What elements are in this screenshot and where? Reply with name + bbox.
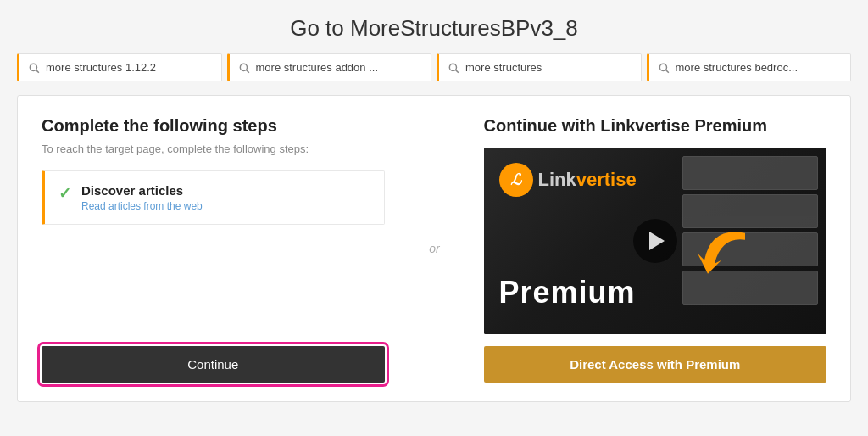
svg-point-2 bbox=[240, 64, 247, 70]
step-title: Discover articles bbox=[81, 183, 203, 198]
svg-line-5 bbox=[456, 70, 459, 72]
logo-link-part: Link bbox=[538, 169, 576, 190]
search-bar-row: more structures 1.12.2 more structures a… bbox=[17, 53, 851, 81]
left-panel-title: Complete the following steps bbox=[42, 116, 385, 136]
play-button[interactable] bbox=[633, 219, 677, 263]
svg-point-0 bbox=[30, 64, 36, 70]
left-panel: Complete the following steps To reach th… bbox=[18, 96, 409, 401]
search-item-text-4: more structures bedroc... bbox=[676, 61, 798, 74]
right-panel-title: Continue with Linkvertise Premium bbox=[484, 116, 827, 136]
search-item-text-3: more structures bbox=[465, 61, 542, 74]
search-icon-4 bbox=[658, 62, 670, 74]
step-checkmark: ✓ bbox=[58, 184, 71, 203]
main-content: Complete the following steps To reach th… bbox=[17, 95, 851, 402]
logo-icon: ℒ bbox=[499, 163, 533, 197]
logo-text: Linkvertise bbox=[538, 169, 637, 191]
continue-button[interactable]: Continue bbox=[42, 346, 385, 383]
or-divider: or bbox=[409, 96, 460, 401]
video-container[interactable]: ℒ Linkvertise Premium bbox=[484, 148, 827, 334]
search-item-4[interactable]: more structures bedroc... bbox=[647, 53, 852, 81]
step-discover-articles: ✓ Discover articles Read articles from t… bbox=[42, 170, 385, 225]
left-panel-subtitle: To reach the target page, complete the f… bbox=[42, 143, 385, 155]
search-icon-2 bbox=[238, 62, 250, 74]
arrow-decoration bbox=[691, 220, 759, 291]
search-icon-3 bbox=[448, 62, 459, 74]
linkvertise-logo: ℒ Linkvertise bbox=[499, 163, 637, 197]
search-item-2[interactable]: more structures addon ... bbox=[227, 53, 432, 81]
or-label: or bbox=[429, 242, 439, 255]
svg-point-6 bbox=[659, 64, 666, 70]
svg-line-7 bbox=[665, 70, 668, 72]
svg-point-4 bbox=[449, 64, 456, 70]
spacer bbox=[42, 235, 385, 331]
page-wrapper: Go to MoreStructuresBPv3_8 more structur… bbox=[0, 0, 868, 419]
search-item-1[interactable]: more structures 1.12.2 bbox=[17, 53, 222, 81]
search-icon bbox=[28, 62, 40, 74]
video-overlay-text: Premium bbox=[499, 275, 636, 310]
right-panel: Continue with Linkvertise Premium ℒ Link… bbox=[460, 96, 851, 401]
logo-vertise-part: vertise bbox=[576, 169, 637, 190]
search-item-3[interactable]: more structures bbox=[437, 53, 642, 81]
arrow-icon bbox=[691, 220, 759, 288]
premium-button[interactable]: Direct Access with Premium bbox=[484, 346, 827, 383]
page-title: Go to MoreStructuresBPv3_8 bbox=[17, 15, 851, 42]
screenshot-1 bbox=[682, 156, 818, 190]
search-item-text-1: more structures 1.12.2 bbox=[46, 61, 156, 74]
step-description: Read articles from the web bbox=[81, 200, 203, 212]
search-item-text-2: more structures addon ... bbox=[256, 61, 379, 74]
play-triangle-icon bbox=[649, 232, 665, 250]
step-text: Discover articles Read articles from the… bbox=[81, 183, 203, 212]
svg-line-3 bbox=[246, 70, 248, 72]
svg-line-1 bbox=[36, 70, 39, 72]
